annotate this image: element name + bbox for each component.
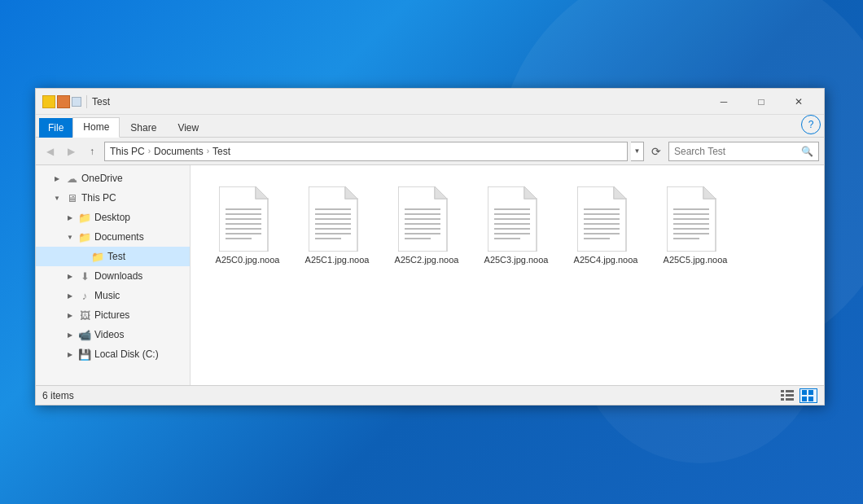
file-item[interactable]: A25C1.jpg.nooa xyxy=(296,182,378,270)
forward-button[interactable]: ▶ xyxy=(62,142,80,160)
svg-marker-1 xyxy=(256,186,268,199)
main-content: ▶ ☁ OneDrive ▼ 🖥 This PC ▶ 📁 Desktop ▼ 📁… xyxy=(36,165,824,385)
address-dropdown[interactable]: ▼ xyxy=(631,142,644,161)
back-button[interactable]: ◀ xyxy=(41,142,59,160)
file-name: A25C4.jpg.nooa xyxy=(574,255,638,265)
download-icon: ⬇ xyxy=(78,270,91,283)
expand-arrow-videos: ▶ xyxy=(65,330,75,340)
sidebar-label-local-disk: Local Disk (C:) xyxy=(94,348,159,360)
sidebar-label-desktop: Desktop xyxy=(94,212,130,223)
sidebar-item-this-pc[interactable]: ▼ 🖥 This PC xyxy=(36,188,190,208)
sidebar-label-onedrive: OneDrive xyxy=(81,173,123,184)
svg-rect-58 xyxy=(781,398,784,401)
titlebar-icon-yellow xyxy=(42,95,55,108)
sidebar-item-pictures[interactable]: ▶ 🖼 Pictures xyxy=(36,305,190,325)
sidebar-item-onedrive[interactable]: ▶ ☁ OneDrive xyxy=(36,169,190,188)
tab-share[interactable]: Share xyxy=(120,118,167,138)
svg-marker-46 xyxy=(703,186,716,199)
file-icon xyxy=(488,186,545,252)
view-controls xyxy=(778,388,817,403)
file-item[interactable]: A25C4.jpg.nooa xyxy=(565,182,646,270)
tab-home[interactable]: Home xyxy=(72,117,120,138)
svg-rect-62 xyxy=(802,397,807,401)
window-title: Test xyxy=(92,96,705,107)
disk-icon: 💾 xyxy=(78,348,91,361)
folder-icon-test: 📁 xyxy=(91,250,104,263)
sidebar-label-videos: Videos xyxy=(94,329,124,340)
file-icon xyxy=(577,186,634,252)
sidebar-label-pictures: Pictures xyxy=(94,309,129,321)
large-icons-view-icon xyxy=(802,390,815,401)
file-item[interactable]: A25C3.jpg.nooa xyxy=(475,182,557,270)
svg-rect-60 xyxy=(802,390,807,395)
file-name: A25C1.jpg.nooa xyxy=(305,255,370,265)
up-button[interactable]: ↑ xyxy=(83,142,101,160)
music-icon: ♪ xyxy=(78,289,91,302)
help-button[interactable]: ? xyxy=(801,115,821,134)
sidebar-item-documents[interactable]: ▼ 📁 Documents xyxy=(36,227,190,247)
address-path[interactable]: This PC › Documents › Test xyxy=(104,142,628,161)
refresh-button[interactable]: ⟳ xyxy=(647,142,665,160)
svg-rect-59 xyxy=(786,398,794,401)
sidebar-item-videos[interactable]: ▶ 📹 Videos xyxy=(36,325,190,344)
expand-arrow-this-pc: ▼ xyxy=(52,193,62,203)
ribbon-tabs: File Home Share View ? xyxy=(36,115,824,138)
tab-file[interactable]: File xyxy=(39,118,72,138)
file-icon xyxy=(398,186,455,252)
minimize-button[interactable]: ─ xyxy=(705,89,743,115)
title-controls: ─ □ ✕ xyxy=(705,89,817,115)
sidebar-item-test[interactable]: 📁 Test xyxy=(36,247,190,266)
sidebar-item-local-disk[interactable]: ▶ 💾 Local Disk (C:) xyxy=(36,344,190,364)
file-icon xyxy=(219,186,276,252)
tab-view[interactable]: View xyxy=(167,118,209,138)
sidebar-item-music[interactable]: ▶ ♪ Music xyxy=(36,286,190,305)
picture-icon: 🖼 xyxy=(78,309,91,322)
video-icon: 📹 xyxy=(78,328,91,341)
file-item[interactable]: A25C0.jpg.nooa xyxy=(207,182,288,270)
file-item[interactable]: A25C5.jpg.nooa xyxy=(655,182,736,270)
path-arrow-1: › xyxy=(148,147,151,156)
maximize-button[interactable]: □ xyxy=(743,89,780,115)
svg-rect-61 xyxy=(808,390,813,395)
sidebar-item-downloads[interactable]: ▶ ⬇ Downloads xyxy=(36,266,190,286)
expand-arrow-onedrive: ▶ xyxy=(52,173,62,183)
svg-rect-63 xyxy=(808,397,813,401)
sidebar: ▶ ☁ OneDrive ▼ 🖥 This PC ▶ 📁 Desktop ▼ 📁… xyxy=(36,165,191,385)
sidebar-label-music: Music xyxy=(94,290,120,301)
sidebar-label-this-pc: This PC xyxy=(81,192,116,204)
titlebar-icon-blue xyxy=(72,97,81,107)
sidebar-label-downloads: Downloads xyxy=(94,270,142,282)
sidebar-item-desktop[interactable]: ▶ 📁 Desktop xyxy=(36,208,190,227)
title-separator xyxy=(86,95,87,108)
cloud-icon: ☁ xyxy=(65,172,78,185)
expand-arrow-local-disk: ▶ xyxy=(65,349,75,359)
svg-rect-54 xyxy=(781,390,784,392)
svg-rect-57 xyxy=(786,394,794,397)
file-name: A25C5.jpg.nooa xyxy=(664,255,728,265)
expand-arrow-test xyxy=(78,252,88,261)
search-input[interactable] xyxy=(674,146,801,157)
sidebar-label-test: Test xyxy=(107,251,125,262)
titlebar-icons xyxy=(42,95,81,108)
svg-rect-55 xyxy=(786,390,794,392)
expand-arrow-documents: ▼ xyxy=(65,232,75,242)
path-arrow-2: › xyxy=(207,147,209,156)
item-count: 6 items xyxy=(42,390,74,401)
explorer-window: Test ─ □ ✕ File Home Share View ? ◀ ▶ ↑ … xyxy=(35,88,825,405)
details-view-icon xyxy=(781,390,794,401)
svg-marker-19 xyxy=(435,186,447,199)
svg-rect-56 xyxy=(781,394,784,397)
titlebar-icon-orange xyxy=(57,95,70,108)
view-large-icons-button[interactable] xyxy=(799,388,817,403)
file-area: A25C0.jpg.nooa A25C1.jpg.nooa A25C2.jpg.… xyxy=(191,165,824,385)
close-button[interactable]: ✕ xyxy=(780,89,817,115)
search-icon[interactable]: 🔍 xyxy=(801,146,813,157)
folder-icon-desktop: 📁 xyxy=(78,211,91,224)
file-icon xyxy=(309,186,366,252)
title-bar: Test ─ □ ✕ xyxy=(36,89,824,115)
view-details-button[interactable] xyxy=(778,388,796,403)
svg-marker-37 xyxy=(614,186,626,199)
path-this-pc: This PC xyxy=(110,146,145,157)
sidebar-label-documents: Documents xyxy=(94,231,144,243)
file-item[interactable]: A25C2.jpg.nooa xyxy=(386,182,467,270)
